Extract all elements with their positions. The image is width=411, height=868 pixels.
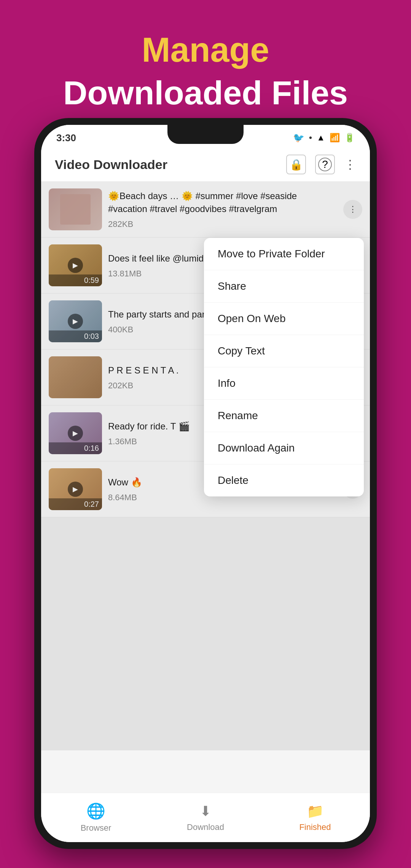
help-button[interactable]: ? <box>315 155 335 174</box>
context-delete[interactable]: Delete <box>204 464 364 496</box>
header-icons: 🔒 ? ⋮ <box>286 155 356 174</box>
private-folder-button[interactable]: 🔒 <box>286 155 306 174</box>
battery-icon: 🔋 <box>344 133 355 143</box>
promo-subtitle: Downloaded Files <box>0 73 411 112</box>
lock-folder-icon: 🔒 <box>290 158 303 171</box>
promo-manage: Manage <box>0 30 411 70</box>
nav-browser[interactable]: 🌐 Browser <box>41 798 151 837</box>
wifi-icon: ▲ <box>317 133 325 143</box>
download-icon: ⬇ <box>200 803 211 819</box>
context-menu: Move to Private Folder Share Open On Web… <box>204 238 364 496</box>
nav-download[interactable]: ⬇ Download <box>151 799 260 836</box>
browser-icon: 🌐 <box>86 802 105 820</box>
more-options-button[interactable]: ⋮ <box>344 157 356 172</box>
context-move-private[interactable]: Move to Private Folder <box>204 238 364 270</box>
bottom-nav: 🌐 Browser ⬇ Download 📁 Finished <box>41 793 370 842</box>
context-rename[interactable]: Rename <box>204 400 364 432</box>
context-download-again[interactable]: Download Again <box>204 432 364 464</box>
nav-finished[interactable]: 📁 Finished <box>260 799 370 836</box>
video-list-area: 🌞Beach days … 🌞 #summer #love #seaside #… <box>41 182 370 800</box>
context-copy-text[interactable]: Copy Text <box>204 335 364 367</box>
finished-icon: 📁 <box>307 803 324 819</box>
nav-finished-label: Finished <box>299 822 331 832</box>
twitter-icon: 🐦 <box>293 132 304 143</box>
context-open-web[interactable]: Open On Web <box>204 303 364 335</box>
signal-icon: 📶 <box>330 133 340 143</box>
app-promo-header: Manage Downloaded Files <box>0 0 411 135</box>
context-info[interactable]: Info <box>204 367 364 400</box>
context-share[interactable]: Share <box>204 270 364 303</box>
nav-browser-label: Browser <box>81 823 112 833</box>
phone-notch <box>167 125 244 144</box>
status-time: 3:30 <box>56 132 76 144</box>
app-header: Video Downloader 🔒 ? ⋮ <box>41 148 370 182</box>
phone-screen: 3:30 🐦 • ▲ 📶 🔋 Video Downloader 🔒 ? ⋮ <box>41 125 370 842</box>
help-icon: ? <box>318 158 332 171</box>
phone-frame: 3:30 🐦 • ▲ 📶 🔋 Video Downloader 🔒 ? ⋮ <box>34 118 377 849</box>
app-title: Video Downloader <box>55 157 167 172</box>
dot-indicator: • <box>309 132 312 143</box>
status-icons: 🐦 • ▲ 📶 🔋 <box>293 132 355 143</box>
nav-download-label: Download <box>187 822 224 832</box>
